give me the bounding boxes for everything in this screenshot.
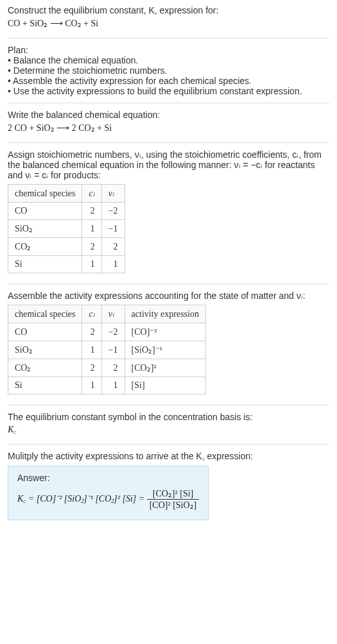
- col-c: cᵢ: [82, 305, 101, 323]
- cell-c: 2: [82, 238, 101, 256]
- stoich-section: Assign stoichiometric numbers, νᵢ, using…: [8, 142, 329, 284]
- cell-activity: [Si]: [125, 377, 205, 394]
- balanced-section: Write the balanced chemical equation: 2 …: [8, 103, 329, 142]
- table-row: SiO₂ 1 −1 [SiO₂]⁻¹: [8, 341, 206, 359]
- multiply-section: Mulitply the activity expressions to arr…: [8, 444, 329, 527]
- cell-c: 2: [82, 323, 101, 341]
- cell-c: 1: [82, 220, 101, 238]
- kc-symbol-intro: The equilibrium constant symbol in the c…: [8, 412, 329, 422]
- table-row: CO 2 −2 [CO]⁻²: [8, 323, 206, 341]
- cell-species: Si: [8, 256, 82, 273]
- table-row: CO 2 −2: [8, 203, 125, 220]
- table-row: CO₂ 2 2: [8, 238, 125, 256]
- cell-activity: [CO₂]²: [125, 359, 205, 377]
- multiply-intro: Mulitply the activity expressions to arr…: [8, 451, 329, 462]
- plan-item: • Determine the stoichiometric numbers.: [8, 65, 329, 76]
- stoich-table: chemical species cᵢ νᵢ CO 2 −2 SiO₂ 1 −1…: [8, 184, 125, 273]
- table-row: CO₂ 2 2 [CO₂]²: [8, 359, 206, 377]
- cell-species: SiO₂: [8, 220, 82, 238]
- kc-symbol: K꜀: [8, 425, 329, 435]
- col-species: chemical species: [8, 185, 82, 203]
- unbalanced-equation: CO + SiO₂ ⟶ CO₂ + Si: [8, 18, 329, 29]
- plan-item-text: Determine the stoichiometric numbers.: [13, 65, 168, 76]
- cell-v: −1: [101, 341, 125, 359]
- cell-c: 1: [82, 377, 101, 394]
- col-v: νᵢ: [101, 185, 125, 203]
- kc-symbol-section: The equilibrium constant symbol in the c…: [8, 405, 329, 444]
- cell-activity: [CO]⁻²: [125, 323, 205, 341]
- activity-table: chemical species cᵢ νᵢ activity expressi…: [8, 305, 206, 394]
- table-header-row: chemical species cᵢ νᵢ: [8, 185, 125, 203]
- col-c: cᵢ: [82, 185, 101, 203]
- table-row: Si 1 1: [8, 256, 125, 273]
- cell-v: 2: [101, 238, 125, 256]
- balanced-intro: Write the balanced chemical equation:: [8, 110, 329, 120]
- col-species: chemical species: [8, 305, 82, 323]
- cell-c: 2: [82, 359, 101, 377]
- plan-title: Plan:: [8, 45, 329, 55]
- cell-v: 2: [101, 359, 125, 377]
- activity-intro: Assemble the activity expressions accoun…: [8, 291, 329, 301]
- cell-c: 1: [82, 256, 101, 273]
- table-row: SiO₂ 1 −1: [8, 220, 125, 238]
- fraction-denominator: [CO]² [SiO₂]: [147, 500, 200, 511]
- plan-item: • Assemble the activity expression for e…: [8, 76, 329, 86]
- activity-section: Assemble the activity expressions accoun…: [8, 284, 329, 405]
- cell-c: 1: [82, 341, 101, 359]
- cell-species: CO₂: [8, 359, 82, 377]
- cell-v: −2: [101, 203, 125, 220]
- answer-lhs: K꜀ = [CO]⁻² [SiO₂]⁻¹ [CO₂]² [Si] =: [17, 494, 144, 504]
- col-activity: activity expression: [125, 305, 205, 323]
- cell-c: 2: [82, 203, 101, 220]
- header-section: Construct the equilibrium constant, K, e…: [8, 5, 329, 38]
- cell-species: Si: [8, 377, 82, 394]
- balanced-equation: 2 CO + SiO₂ ⟶ 2 CO₂ + Si: [8, 123, 329, 133]
- answer-label: Answer:: [17, 473, 199, 483]
- cell-species: SiO₂: [8, 341, 82, 359]
- plan-item-text: Balance the chemical equation.: [13, 55, 139, 65]
- cell-species: CO: [8, 323, 82, 341]
- plan-item-text: Use the activity expressions to build th…: [13, 86, 302, 96]
- table-header-row: chemical species cᵢ νᵢ activity expressi…: [8, 305, 206, 323]
- page: Construct the equilibrium constant, K, e…: [0, 0, 337, 532]
- answer-fraction: [CO₂]² [Si] [CO]² [SiO₂]: [147, 488, 200, 511]
- cell-v: 1: [101, 256, 125, 273]
- prompt-text: Construct the equilibrium constant, K, e…: [8, 5, 329, 15]
- plan-item: • Balance the chemical equation.: [8, 55, 329, 65]
- cell-species: CO₂: [8, 238, 82, 256]
- cell-species: CO: [8, 203, 82, 220]
- stoich-intro: Assign stoichiometric numbers, νᵢ, using…: [8, 149, 329, 180]
- col-v: νᵢ: [101, 305, 125, 323]
- answer-expression: K꜀ = [CO]⁻² [SiO₂]⁻¹ [CO₂]² [Si] = [CO₂]…: [17, 488, 199, 511]
- table-row: Si 1 1 [Si]: [8, 377, 206, 394]
- plan-section: Plan: • Balance the chemical equation. •…: [8, 38, 329, 103]
- cell-v: 1: [101, 377, 125, 394]
- cell-activity: [SiO₂]⁻¹: [125, 341, 205, 359]
- answer-box: Answer: K꜀ = [CO]⁻² [SiO₂]⁻¹ [CO₂]² [Si]…: [8, 466, 209, 520]
- cell-v: −2: [101, 323, 125, 341]
- plan-item: • Use the activity expressions to build …: [8, 86, 329, 96]
- cell-v: −1: [101, 220, 125, 238]
- plan-item-text: Assemble the activity expression for eac…: [13, 76, 252, 86]
- fraction-numerator: [CO₂]² [Si]: [147, 488, 200, 500]
